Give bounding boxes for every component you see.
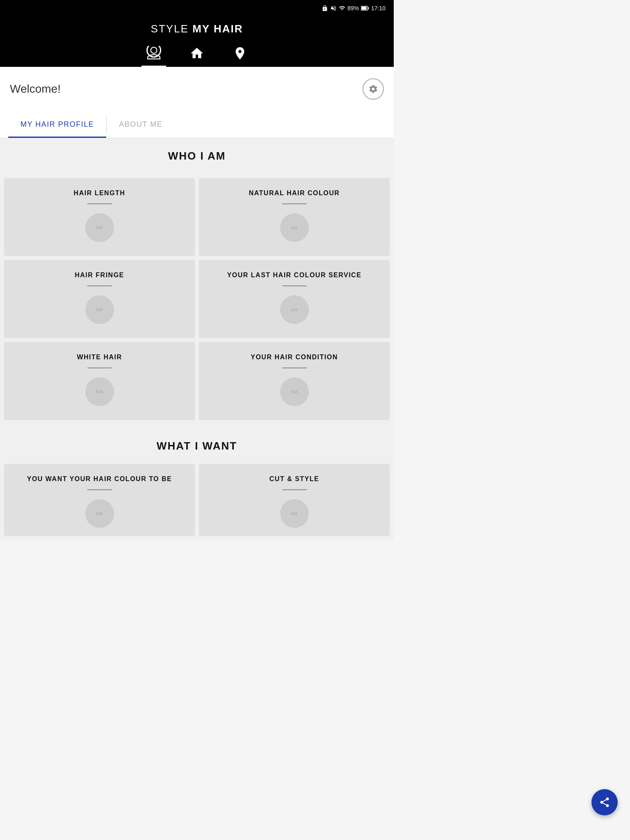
app-title-bold: MY HAIR xyxy=(192,23,243,35)
card-divider xyxy=(87,368,112,368)
card-divider xyxy=(87,489,112,490)
card-circle-hair-fringe: N/A xyxy=(85,295,114,324)
wifi-icon xyxy=(339,5,345,11)
what-i-want-section: WHAT I WANT YOU WANT YOUR HAIR COLOUR TO… xyxy=(0,424,394,540)
who-i-am-title: WHO I AM xyxy=(0,138,394,174)
home-icon xyxy=(189,46,204,61)
nav-home-button[interactable] xyxy=(185,43,209,67)
location-icon xyxy=(233,46,247,61)
lock-icon xyxy=(322,5,328,11)
card-cut-style[interactable]: CUT & STYLE N/A xyxy=(199,464,390,536)
tab-about-me[interactable]: ABOUT ME xyxy=(107,111,175,138)
svg-rect-1 xyxy=(368,7,369,9)
gear-icon xyxy=(368,84,378,94)
welcome-section: Welcome! xyxy=(0,67,394,111)
card-divider xyxy=(282,489,307,490)
card-divider xyxy=(87,285,112,286)
card-circle-natural-colour: N/A xyxy=(280,213,309,242)
battery-icon xyxy=(361,5,369,11)
app-header: STYLE MY HAIR xyxy=(0,16,394,67)
card-divider xyxy=(87,203,112,204)
card-circle-hair-condition: N/A xyxy=(280,377,309,406)
welcome-text: Welcome! xyxy=(10,82,61,96)
card-divider xyxy=(282,203,307,204)
app-title-normal: STYLE xyxy=(151,23,193,35)
what-i-want-grid: YOU WANT YOUR HAIR COLOUR TO BE N/A CUT … xyxy=(0,464,394,540)
nav-location-button[interactable] xyxy=(228,43,252,67)
card-last-hair-colour[interactable]: YOUR LAST HAIR COLOUR SERVICE N/A xyxy=(199,260,390,338)
card-natural-hair-colour[interactable]: NATURAL HAIR COLOUR N/A xyxy=(199,178,390,256)
card-hair-length[interactable]: HAIR LENGTH N/A xyxy=(4,178,195,256)
card-hair-condition[interactable]: YOUR HAIR CONDITION N/A xyxy=(199,342,390,420)
card-circle-white-hair: N/A xyxy=(85,377,114,406)
nav-bar xyxy=(142,43,252,67)
who-i-am-grid: HAIR LENGTH N/A NATURAL HAIR COLOUR N/A … xyxy=(0,174,394,424)
mute-icon xyxy=(330,5,337,11)
card-circle-hair-colour-be: N/A xyxy=(85,499,114,528)
card-white-hair[interactable]: WHITE HAIR N/A xyxy=(4,342,195,420)
card-circle-last-colour: N/A xyxy=(280,295,309,324)
card-divider xyxy=(282,368,307,368)
battery-text: 89% xyxy=(347,5,359,11)
card-hair-colour-be[interactable]: YOU WANT YOUR HAIR COLOUR TO BE N/A xyxy=(4,464,195,536)
card-divider xyxy=(282,285,307,286)
app-title: STYLE MY HAIR xyxy=(151,23,243,35)
svg-rect-2 xyxy=(361,7,367,10)
time-text: 17:10 xyxy=(371,5,386,11)
status-bar: 89% 17:10 xyxy=(0,0,394,16)
what-i-want-title: WHAT I WANT xyxy=(0,428,394,464)
profile-icon xyxy=(146,46,161,61)
tab-hair-profile[interactable]: MY HAIR PROFILE xyxy=(8,111,106,138)
nav-profile-button[interactable] xyxy=(142,43,166,67)
tab-bar: MY HAIR PROFILE ABOUT ME xyxy=(0,111,394,138)
card-circle-cut-style: N/A xyxy=(280,499,309,528)
card-circle-hair-length: N/A xyxy=(85,213,114,242)
status-icons: 89% 17:10 xyxy=(322,5,386,11)
card-hair-fringe[interactable]: HAIR FRINGE N/A xyxy=(4,260,195,338)
settings-button[interactable] xyxy=(363,78,384,100)
